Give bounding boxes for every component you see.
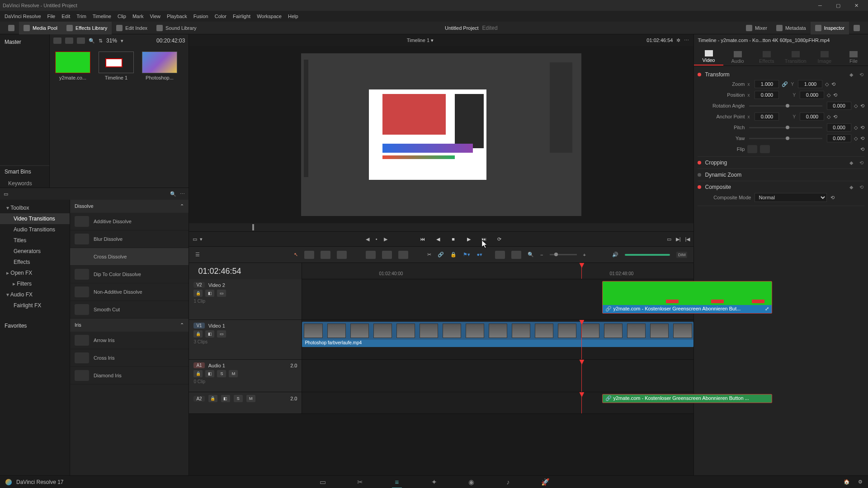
menu-item[interactable]: Fairlight [233,14,250,19]
disable-video-icon[interactable]: ▭ [217,290,226,297]
fairlight-page-button[interactable]: ♪ [503,478,513,486]
maximize-button[interactable]: ▢ [829,0,847,11]
pitch-field[interactable] [827,123,851,131]
menu-item[interactable]: File [47,14,56,19]
tree-toolbox[interactable]: Toolbox [0,202,70,213]
auto-select-icon[interactable]: ◧ [205,330,214,338]
keyframe-icon[interactable]: ◇ [825,81,829,87]
menu-item[interactable]: Trim [76,14,86,19]
fx-item[interactable]: Diamond Iris [70,367,189,385]
track-lane-a2[interactable]: 🔗 y2mate.com - Kostenloser Greenscreen A… [302,392,693,413]
fx-item[interactable]: Additive Dissolve [70,213,189,230]
thumb-view-icon[interactable] [65,38,73,44]
lock-icon[interactable]: 🔒 [193,370,203,377]
reset-icon[interactable]: ⟲ [831,81,835,87]
tab-audio[interactable]: Audio [723,49,752,66]
rotation-slider[interactable] [749,105,822,107]
inspector-toggle[interactable]: Inspector [811,22,849,34]
volume-slider[interactable] [625,254,670,256]
composite-heading[interactable]: Composite [705,184,844,190]
flip-h-button[interactable] [747,145,757,153]
more-icon[interactable]: ⋯ [180,191,185,197]
tab-effects[interactable]: Effects [752,49,781,66]
expand-toggle[interactable] [849,22,864,34]
next-frame-button[interactable]: ⏭ [480,235,489,244]
volume-icon[interactable]: 🔊 [612,252,618,258]
transform-heading[interactable]: Transform [705,71,844,78]
clip-a2[interactable]: 🔗 y2mate.com - Kostenloser Greenscreen A… [602,394,772,403]
track-header-a1[interactable]: A1Audio 12.0 🔒◧SM 0 Clip [189,360,302,392]
trim-tool[interactable] [304,251,314,259]
list-view-icon[interactable] [53,38,61,44]
pitch-slider[interactable] [749,127,822,128]
auto-select-icon[interactable]: ◧ [221,395,230,402]
solo-button[interactable]: S [217,370,226,377]
timeline-view-options[interactable]: ☰ [195,252,200,258]
zoom-x-field[interactable] [755,80,779,88]
tree-fairlightfx[interactable]: Fairlight FX [0,300,70,311]
fx-item[interactable]: Arrow Iris [70,332,189,349]
lock-icon[interactable]: 🔒 [208,395,217,402]
timeline-ruler[interactable]: 01:02:40:00 01:02:48:00 01:02:56:00 [302,263,693,279]
fx-item[interactable]: Blur Dissolve [70,230,189,248]
edit-page-button[interactable]: ≡ [392,478,402,486]
master-bin[interactable]: Master [0,36,49,48]
zoom-in-icon[interactable]: + [583,252,586,258]
track-header-a2[interactable]: A2🔒◧SM2.0 [189,392,302,413]
menu-item[interactable]: Color [215,14,226,19]
media-pool-toggle[interactable]: Media Pool [19,22,62,34]
fusion-page-button[interactable]: ✦ [429,478,439,486]
deliver-page-button[interactable]: 🚀 [540,478,550,486]
anchor-y-field[interactable] [800,113,824,121]
zoom-detail-icon[interactable] [511,251,521,259]
yaw-field[interactable] [827,134,851,142]
fx-item[interactable]: Non-Additive Dissolve [70,283,189,301]
close-button[interactable]: ✕ [847,0,865,11]
fx-layout-icon[interactable]: ▭ [4,191,8,197]
menu-item[interactable]: Edit [61,14,70,19]
link-icon[interactable]: 🔗 [438,252,444,258]
fx-item[interactable]: Smooth Cut [70,301,189,319]
flip-v-button[interactable] [760,145,770,153]
smart-bins-header[interactable]: Smart Bins [0,165,49,178]
playhead[interactable] [581,320,582,359]
playhead[interactable] [581,263,582,279]
tab-video[interactable]: Video [694,48,723,66]
marker-icon[interactable]: ●▾ [476,252,482,258]
stop-button[interactable]: ■ [449,235,458,244]
tab-image[interactable]: Image [810,49,839,66]
fullscreen-toggle[interactable] [4,22,19,34]
transform-overlay-icon[interactable]: ▭ [193,236,197,242]
fx-item[interactable]: Cross Iris [70,349,189,367]
viewer-scrubber[interactable] [189,223,693,231]
mute-button[interactable]: M [229,370,238,377]
home-button[interactable]: 🏠 [844,479,850,485]
favorites-header[interactable]: Favorites [0,320,70,332]
program-viewer[interactable] [189,46,693,223]
loop-button[interactable]: ⟳ [495,235,504,244]
yaw-slider[interactable] [749,138,822,139]
clip-v1[interactable]: Photoshop farbverlaufe.mp4 [302,322,693,347]
tab-file[interactable]: File [839,49,868,66]
zoom-search-icon[interactable]: 🔍 [528,252,534,258]
menu-item[interactable]: Playback [167,14,187,19]
search-icon[interactable]: 🔍 [170,191,176,197]
tree-audiofx[interactable]: Audio FX [0,289,70,300]
effects-library-toggle[interactable]: Effects Library [62,22,112,34]
position-y-field[interactable] [800,91,824,99]
media-clip[interactable]: Photoshop... [142,52,177,80]
disable-video-icon[interactable]: ▭ [217,330,226,338]
zoom-out-icon[interactable]: − [540,252,543,258]
settings-button[interactable]: ⚙ [858,479,863,485]
tree-titles[interactable]: Titles [0,235,70,246]
viewer-more-icon[interactable]: ⋯ [684,38,689,43]
track-lane-a1[interactable] [302,360,693,392]
fx-group-heading[interactable]: Dissolve⌃ [70,200,189,213]
zoom-fit-icon[interactable] [495,251,505,259]
rotation-field[interactable] [827,102,851,110]
auto-select-icon[interactable]: ◧ [205,290,214,297]
menu-item[interactable]: Mark [132,14,143,19]
next-mark-icon[interactable]: ▶ [384,236,387,242]
play-button[interactable]: ▶ [464,235,473,244]
sound-library-toggle[interactable]: Sound Library [152,22,201,34]
